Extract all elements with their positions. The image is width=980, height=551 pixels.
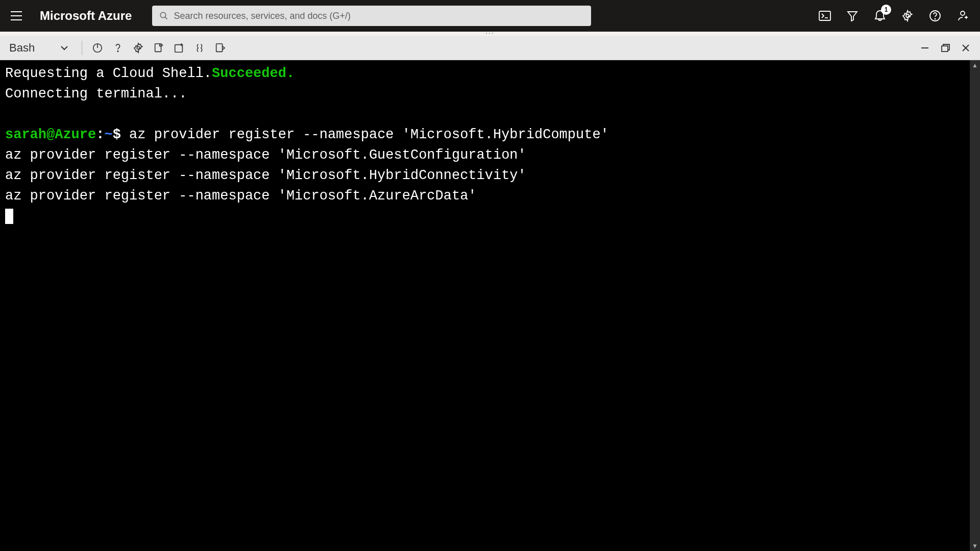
web-preview-icon[interactable] — [211, 39, 229, 57]
search-input[interactable] — [174, 11, 584, 21]
scroll-down-icon[interactable]: ▼ — [970, 541, 980, 551]
svg-point-14 — [117, 51, 118, 51]
notification-badge: 1 — [881, 5, 891, 15]
svg-rect-23 — [942, 46, 948, 52]
svg-rect-21 — [216, 43, 223, 52]
help-icon[interactable] — [928, 9, 942, 23]
panel-drag-handle[interactable]: ··· — [0, 32, 980, 36]
terminal-line: Connecting terminal... — [5, 86, 187, 102]
upload-download-icon[interactable] — [150, 39, 168, 57]
shell-type-label: Bash — [9, 41, 35, 55]
feedback-icon[interactable] — [955, 9, 970, 23]
terminal-cmd: az provider register --namespace 'Micros… — [5, 168, 526, 183]
terminal-line: Requesting a Cloud Shell. — [5, 66, 212, 81]
terminal-output[interactable]: Requesting a Cloud Shell.Succeeded. Conn… — [0, 60, 980, 551]
settings-icon[interactable] — [900, 9, 915, 23]
prompt-dollar: $ — [113, 127, 121, 142]
chevron-down-icon — [60, 45, 68, 51]
editor-icon[interactable] — [190, 39, 209, 57]
svg-point-3 — [161, 12, 166, 18]
maximize-icon[interactable] — [936, 39, 954, 57]
cloud-shell-toolbar: Bash — [0, 36, 980, 60]
cloud-shell-icon[interactable] — [818, 9, 832, 23]
terminal-status: Succeeded. — [212, 66, 295, 81]
brand-title: Microsoft Azure — [40, 9, 132, 23]
search-icon — [159, 11, 168, 20]
terminal-scrollbar[interactable]: ▲ ▼ — [970, 60, 980, 551]
terminal-cmd: az provider register --namespace 'Micros… — [5, 188, 477, 204]
minimize-icon[interactable] — [916, 39, 934, 57]
global-search[interactable] — [152, 6, 591, 26]
prompt-colon: : — [96, 127, 104, 142]
close-icon[interactable] — [957, 39, 975, 57]
scroll-up-icon[interactable]: ▲ — [970, 60, 980, 70]
terminal-cmd: az provider register --namespace 'Micros… — [5, 147, 526, 163]
svg-rect-16 — [155, 43, 161, 52]
header-actions: 1 — [818, 9, 970, 23]
terminal-area[interactable]: Requesting a Cloud Shell.Succeeded. Conn… — [0, 60, 980, 551]
separator — [82, 41, 82, 55]
menu-icon[interactable] — [6, 6, 27, 26]
azure-header: Microsoft Azure 1 — [0, 0, 980, 32]
notifications-icon[interactable]: 1 — [873, 9, 887, 23]
svg-point-11 — [961, 11, 965, 15]
svg-marker-7 — [848, 12, 857, 21]
svg-point-10 — [935, 18, 935, 19]
svg-rect-5 — [819, 11, 830, 20]
shell-type-dropdown[interactable]: Bash — [5, 39, 72, 57]
restart-icon[interactable] — [88, 39, 107, 57]
prompt-user: sarah@Azure — [5, 127, 96, 142]
svg-line-4 — [165, 17, 168, 19]
filter-icon[interactable] — [845, 9, 860, 23]
terminal-cmd: az provider register --namespace 'Micros… — [121, 127, 609, 142]
terminal-cursor — [5, 209, 13, 224]
shell-settings-icon[interactable] — [129, 39, 148, 57]
shell-help-icon[interactable] — [109, 39, 127, 57]
prompt-path: ~ — [104, 127, 112, 142]
new-session-icon[interactable] — [170, 39, 188, 57]
